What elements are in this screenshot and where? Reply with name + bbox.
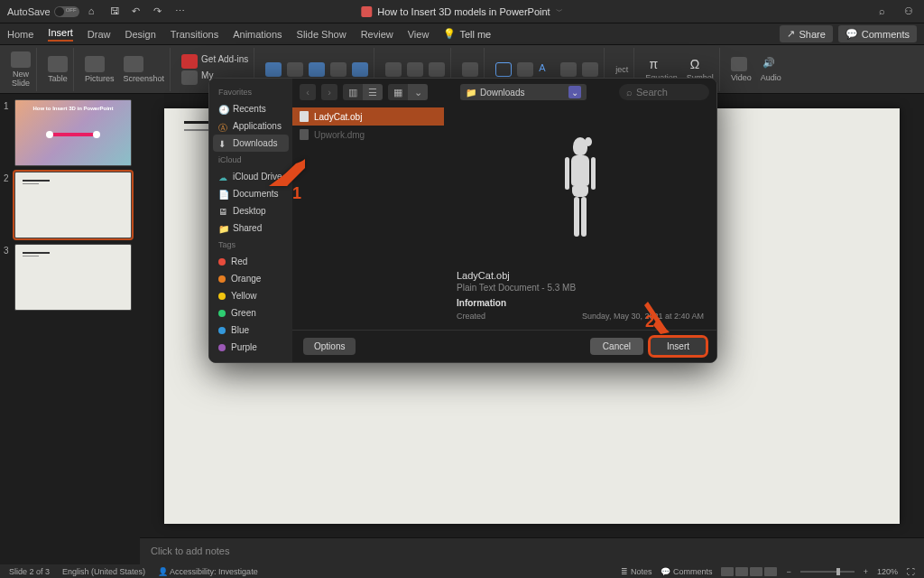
- link-button[interactable]: [407, 62, 423, 77]
- chevron-down-icon[interactable]: ﹀: [556, 6, 563, 16]
- tab-design[interactable]: Design: [125, 29, 156, 40]
- tag-orange[interactable]: Orange: [209, 270, 292, 287]
- undo-icon[interactable]: ↶: [132, 5, 144, 18]
- comments-button[interactable]: 💬Comments: [838, 25, 917, 42]
- comments-toggle[interactable]: 💬 Comments: [661, 567, 712, 576]
- forward-button[interactable]: ›: [321, 84, 337, 100]
- sidebar-recents[interactable]: 🕘Recents: [209, 100, 292, 117]
- notes-pane[interactable]: Click to add notes: [140, 537, 924, 564]
- grid-view-button[interactable]: ▦: [388, 84, 408, 100]
- search-icon[interactable]: ⌕: [879, 5, 892, 18]
- options-button[interactable]: Options: [303, 338, 356, 355]
- zoom-out-button[interactable]: −: [786, 567, 790, 576]
- file-row-upwork[interactable]: Upwork.dmg: [292, 126, 444, 144]
- action-button[interactable]: [429, 62, 445, 77]
- zoom-slider[interactable]: [800, 571, 855, 573]
- dot-icon: [218, 258, 226, 266]
- tab-review[interactable]: Review: [361, 29, 393, 40]
- sidebar-icloud-drive[interactable]: ☁iCloud Drive: [209, 168, 292, 185]
- search-input[interactable]: ⌕ Search: [619, 84, 709, 100]
- bulb-icon: 💡: [443, 28, 456, 40]
- toggle-pill[interactable]: OFF: [54, 6, 79, 17]
- created-value: Sunday, May 30, 2021 at 2:40 AM: [582, 312, 704, 321]
- created-label: Created: [457, 312, 485, 321]
- zoom-in-button[interactable]: +: [864, 567, 868, 576]
- shapes-button[interactable]: [265, 62, 282, 77]
- annotation-number-1: 1: [292, 184, 301, 203]
- tab-view[interactable]: View: [408, 29, 430, 40]
- tab-transitions[interactable]: Transitions: [171, 29, 218, 40]
- title-bar: AutoSave OFF ⌂ 🖫 ↶ ↷ ⋯ How to Insert 3D …: [0, 0, 924, 23]
- tag-red[interactable]: Red: [209, 253, 292, 270]
- tab-slideshow[interactable]: Slide Show: [297, 29, 346, 40]
- clock-icon: 🕘: [218, 105, 227, 114]
- notes-toggle[interactable]: ≣ Notes: [621, 567, 651, 576]
- tag-green[interactable]: Green: [209, 304, 292, 322]
- tell-me[interactable]: 💡Tell me: [443, 28, 491, 40]
- reading-view-button[interactable]: [750, 567, 762, 576]
- back-button[interactable]: ‹: [300, 84, 316, 100]
- doc-icon: 📄: [218, 190, 227, 199]
- smartart-button[interactable]: [330, 62, 346, 77]
- thumbnail-slide-1[interactable]: How to Insert 3D in PowerPoint: [14, 99, 132, 166]
- date-time-button[interactable]: [560, 62, 577, 77]
- object-button[interactable]: ject: [615, 65, 628, 74]
- wordart-button[interactable]: A: [539, 62, 555, 77]
- sidebar-applications[interactable]: ⒶApplications: [209, 117, 292, 135]
- tab-animations[interactable]: Animations: [233, 29, 282, 40]
- table-button[interactable]: Table: [42, 48, 74, 91]
- sidebar-shared[interactable]: 📁Shared: [209, 219, 292, 237]
- fit-button[interactable]: ⛶: [907, 567, 915, 576]
- home-icon[interactable]: ⌂: [88, 5, 101, 18]
- file-icon: [300, 111, 309, 122]
- tab-draw[interactable]: Draw: [88, 29, 111, 40]
- 3d-models-button[interactable]: [309, 62, 325, 77]
- language-indicator[interactable]: English (United States): [62, 567, 145, 576]
- get-addins-button[interactable]: Get Add-ins: [181, 54, 248, 69]
- tag-blue[interactable]: Blue: [209, 322, 292, 339]
- sorter-view-button[interactable]: [735, 567, 748, 576]
- location-dropdown[interactable]: 📁 Downloads ⌄: [460, 84, 587, 100]
- chart-button[interactable]: [352, 62, 368, 77]
- share-icon: ↗: [787, 28, 795, 40]
- tab-home[interactable]: Home: [7, 29, 33, 40]
- column-view-button[interactable]: ▥: [343, 84, 363, 100]
- slide-number-button[interactable]: [582, 62, 598, 77]
- cancel-button[interactable]: Cancel: [590, 338, 643, 355]
- autosave-toggle[interactable]: AutoSave OFF: [7, 6, 79, 17]
- video-button[interactable]: Video: [731, 57, 752, 82]
- more-icon[interactable]: ⋯: [175, 5, 188, 18]
- insert-button[interactable]: Insert: [651, 338, 706, 355]
- zoom-level[interactable]: 120%: [877, 567, 898, 576]
- tag-yellow[interactable]: Yellow: [209, 287, 292, 304]
- zoom-button[interactable]: [385, 62, 402, 77]
- icons-button[interactable]: [287, 62, 303, 77]
- slideshow-view-button[interactable]: [764, 567, 777, 576]
- group-button[interactable]: ⌄: [408, 84, 428, 100]
- tag-purple[interactable]: Purple: [209, 339, 292, 356]
- document-title: How to Insert 3D models in PowerPoint ﹀: [361, 6, 562, 17]
- list-view-button[interactable]: ☰: [363, 84, 383, 100]
- preview-kind: Plain Text Document - 5.3 MB: [457, 283, 704, 293]
- pictures-button[interactable]: Pictures: [85, 56, 115, 83]
- screenshot-button[interactable]: Screenshot: [124, 56, 165, 83]
- audio-button[interactable]: 🔊Audio: [761, 57, 781, 82]
- comment-insert-button[interactable]: [462, 62, 478, 77]
- save-icon[interactable]: 🖫: [110, 5, 123, 18]
- file-open-dialog: Favorites 🕘Recents ⒶApplications ⬇Downlo…: [208, 78, 717, 363]
- tab-insert[interactable]: Insert: [48, 27, 73, 42]
- sidebar-documents[interactable]: 📄Documents: [209, 185, 292, 202]
- textbox-button[interactable]: [495, 62, 512, 77]
- normal-view-button[interactable]: [721, 567, 734, 576]
- sidebar-downloads[interactable]: ⬇Downloads: [213, 135, 289, 152]
- account-icon[interactable]: ⚇: [904, 5, 917, 18]
- header-footer-button[interactable]: [517, 62, 533, 77]
- new-slide-button[interactable]: New Slide: [5, 48, 37, 91]
- sidebar-desktop[interactable]: 🖥Desktop: [209, 202, 292, 219]
- thumbnail-slide-2[interactable]: [14, 172, 132, 238]
- accessibility-indicator[interactable]: 👤 Accessibility: Investigate: [158, 567, 258, 576]
- thumbnail-slide-3[interactable]: [14, 244, 132, 311]
- file-row-ladycat[interactable]: LadyCat.obj: [292, 107, 444, 126]
- redo-icon[interactable]: ↷: [153, 5, 166, 18]
- share-button[interactable]: ↗Share: [780, 25, 832, 42]
